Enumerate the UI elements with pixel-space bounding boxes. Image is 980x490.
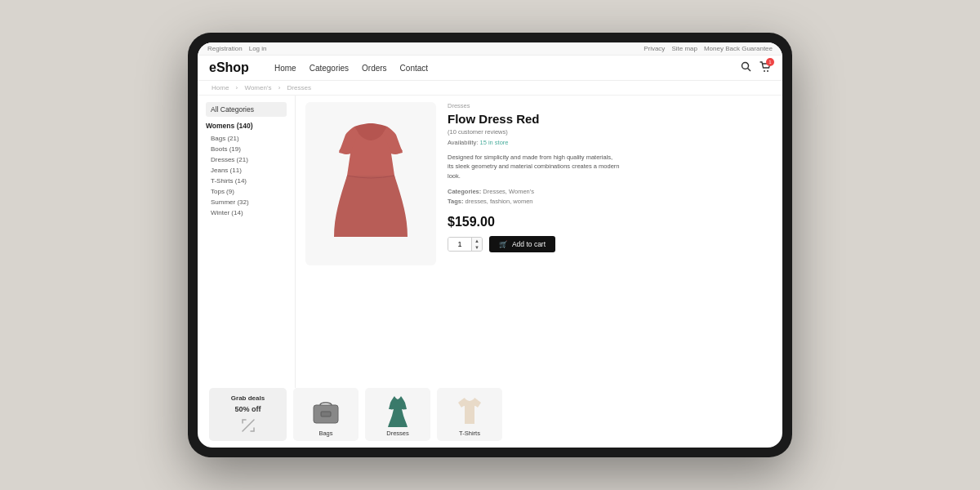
- sidebar-tshirts[interactable]: T-Shirts (14): [206, 176, 287, 186]
- sidebar-summer[interactable]: Summer (32): [206, 197, 287, 207]
- top-bar-left: Registration Log in: [207, 45, 266, 52]
- header: eShop Home Categories Orders Contact: [198, 56, 782, 81]
- quantity-selector: ▲ ▼: [448, 237, 483, 252]
- add-to-cart-row: ▲ ▼ 🛒 Add to cart: [448, 236, 773, 252]
- top-bar-right: Privacy Site map Money Back Guarantee: [644, 45, 773, 52]
- main-content: All Categories Womens (140) Bags (21) Bo…: [198, 96, 782, 388]
- svg-point-2: [764, 70, 765, 72]
- sidebar-winter[interactable]: Winter (14): [206, 207, 287, 218]
- nav-orders[interactable]: Orders: [362, 64, 387, 73]
- tablet-screen: Registration Log in Privacy Site map Mon…: [198, 42, 782, 448]
- categories-label: Categories:: [448, 188, 481, 195]
- svg-point-3: [767, 70, 768, 72]
- qty-arrows: ▲ ▼: [471, 238, 482, 251]
- bags-label: Bags: [318, 430, 332, 437]
- quantity-input[interactable]: [448, 238, 471, 251]
- tshirts-label: T-Shirts: [459, 430, 480, 437]
- cart-badge: 1: [766, 58, 774, 66]
- privacy-link[interactable]: Privacy: [644, 45, 665, 52]
- sidebar: All Categories Womens (140) Bags (21) Bo…: [198, 96, 296, 388]
- tags-value: dresses, fashion, women: [466, 198, 533, 205]
- all-categories-btn[interactable]: All Categories: [206, 102, 287, 117]
- product-reviews[interactable]: (10 customer reviews): [448, 128, 773, 136]
- category-dresses[interactable]: Dresses: [365, 388, 430, 441]
- dresses-image: [380, 394, 416, 428]
- promo-line1: Grab deals: [231, 394, 265, 402]
- product-title: Flow Dress Red: [448, 112, 773, 126]
- sidebar-bags[interactable]: Bags (21): [206, 133, 287, 144]
- sidebar-boots[interactable]: Boots (19): [206, 144, 287, 154]
- logo[interactable]: eShop: [209, 60, 258, 75]
- svg-line-1: [748, 69, 751, 72]
- product-price: $159.00: [448, 215, 773, 229]
- registration-link[interactable]: Registration: [207, 45, 243, 52]
- main-nav: Home Categories Orders Contact: [274, 64, 724, 73]
- availability-value: 15 in store: [479, 139, 508, 146]
- promo-card[interactable]: Grab deals 50% off: [209, 388, 287, 441]
- product-category-breadcrumb: Dresses: [448, 102, 773, 109]
- product-image: [305, 102, 436, 265]
- guarantee-link[interactable]: Money Back Guarantee: [704, 45, 773, 52]
- top-bar: Registration Log in Privacy Site map Mon…: [198, 42, 782, 56]
- sidebar-womens[interactable]: Womens (140): [206, 122, 287, 130]
- qty-up-arrow[interactable]: ▲: [472, 238, 482, 244]
- add-to-cart-button[interactable]: 🛒 Add to cart: [489, 236, 555, 252]
- login-link[interactable]: Log in: [249, 45, 267, 52]
- product-description: Designed for simplicity and made from hi…: [448, 153, 627, 180]
- availability: Availability: 15 in store: [448, 139, 773, 146]
- product-meta: Categories: Dresses, Women's Tags: dress…: [448, 187, 773, 207]
- category-tshirts[interactable]: T-Shirts: [437, 388, 502, 441]
- sidebar-tops[interactable]: Tops (9): [206, 186, 287, 197]
- sidebar-jeans[interactable]: Jeans (11): [206, 165, 287, 176]
- tablet-frame: Registration Log in Privacy Site map Mon…: [188, 33, 792, 457]
- category-bags[interactable]: Bags: [293, 388, 359, 441]
- svg-rect-5: [321, 412, 331, 416]
- nav-contact[interactable]: Contact: [400, 64, 428, 73]
- nav-home[interactable]: Home: [274, 64, 296, 73]
- tshirts-image: [452, 394, 488, 428]
- availability-label: Availability:: [448, 139, 478, 146]
- bags-image: [308, 394, 344, 428]
- search-button[interactable]: [741, 61, 751, 74]
- cart-button[interactable]: 1: [760, 61, 771, 75]
- svg-point-0: [742, 63, 749, 69]
- product-area: Dresses Flow Dress Red (10 customer revi…: [296, 96, 782, 388]
- breadcrumb-home[interactable]: Home: [212, 84, 229, 91]
- breadcrumb-dresses[interactable]: Dresses: [287, 84, 311, 91]
- qty-down-arrow[interactable]: ▼: [472, 244, 482, 251]
- product-details: Dresses Flow Dress Red (10 customer revi…: [448, 102, 773, 381]
- breadcrumb: Home › Women's › Dresses: [198, 81, 782, 96]
- nav-categories[interactable]: Categories: [310, 64, 349, 73]
- sidebar-dresses[interactable]: Dresses (21): [206, 154, 287, 165]
- header-icons: 1: [741, 61, 771, 75]
- add-to-cart-label: Add to cart: [512, 240, 546, 248]
- sitemap-link[interactable]: Site map: [671, 45, 697, 52]
- cart-icon: 🛒: [499, 240, 508, 248]
- promo-line2: 50% off: [234, 405, 261, 413]
- categories-value: Dresses, Women's: [483, 188, 534, 195]
- breadcrumb-womens[interactable]: Women's: [244, 84, 271, 91]
- dresses-label: Dresses: [386, 430, 409, 437]
- tags-label: Tags:: [448, 198, 463, 205]
- bottom-section: Grab deals 50% off Bags: [198, 388, 782, 448]
